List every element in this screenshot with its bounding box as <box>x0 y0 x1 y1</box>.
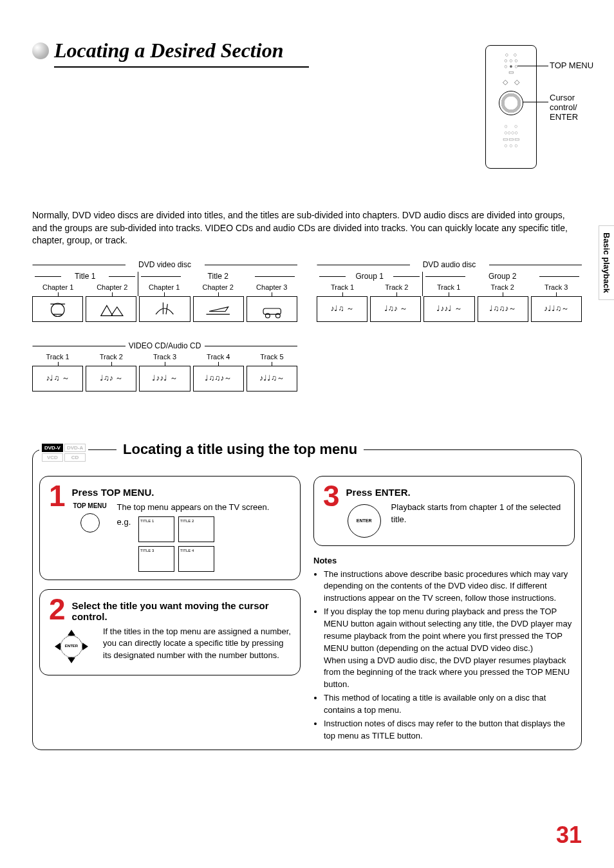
step-3-body: Playback starts from chapter 1 of the se… <box>391 502 565 538</box>
remote-diagram: ○ ○○ ○ ○○ ● ○▭ ◇ ◇ ○ ○○○○○▭▭▭○ ○ ○ TOP M… <box>485 45 537 169</box>
step-number: 3 <box>323 484 340 508</box>
badge-vcd: VCD <box>42 453 63 462</box>
intro-text: Normally, DVD video discs are divided in… <box>32 209 582 247</box>
remote-lower-dots: ○ ○○○○○▭▭▭○ ○ ○ <box>486 123 536 149</box>
track-label: Track 5 <box>247 353 297 366</box>
title-1-label: Title 1 <box>32 272 138 281</box>
track-cell: ♪♩♩♫～ <box>247 366 297 392</box>
group-2-label: Group 2 <box>423 272 582 281</box>
chapter-label: Chapter 2 <box>192 283 244 296</box>
cursor-control-icon: ENTER <box>51 626 92 667</box>
track-label: Track 4 <box>193 353 244 366</box>
menu-thumb-4: TITLE 4 <box>178 546 214 572</box>
step-2-body: If the titles in the top menu are assign… <box>103 626 291 667</box>
chapter-label: Chapter 3 <box>246 283 297 296</box>
page: Locating a Desired Section ○ ○○ ○ ○○ ● ○… <box>32 39 582 842</box>
notes-section: Notes The instructions above describe ba… <box>313 555 575 742</box>
chapter-cell <box>139 296 190 322</box>
badge-cd: CD <box>64 453 86 462</box>
step-1-title: Press TOP MENU. <box>72 487 291 498</box>
top-menu-button-icon: TOP MENU <box>72 502 108 572</box>
chapter-cell <box>86 296 136 322</box>
disc-type-badges: DVD-V DVD-A VCD CD <box>39 444 88 462</box>
note-item: The instructions above describe basic pr… <box>324 569 575 605</box>
track-label: Track 3 <box>139 353 190 366</box>
track-cell: ♩♫♫♪～ <box>193 366 244 392</box>
step-1: 1 Press TOP MENU. TOP MENU The top menu … <box>39 476 301 580</box>
track-label: Track 2 <box>477 283 528 296</box>
menu-thumb-2: TITLE 2 <box>178 516 214 542</box>
track-cell: ♪♩♫ ～ <box>317 296 367 322</box>
enter-button-icon: ENTER <box>348 504 381 538</box>
chapter-label: Chapter 2 <box>86 283 138 296</box>
dvd-audio-diagram: DVD audio disc Group 1 Track 1 Track 2 G… <box>317 260 582 322</box>
track-label: Track 2 <box>371 283 422 296</box>
track-cell: ♪♩♩♫～ <box>531 296 582 322</box>
track-label: Track 1 <box>32 353 83 366</box>
notes-title: Notes <box>313 555 575 567</box>
dvd-video-label: DVD video disc <box>32 260 297 269</box>
track-cell: ♩♫♫♪～ <box>478 296 528 322</box>
example-label: e.g. TITLE 1 TITLE 2 TITLE 3 TITLE 4 <box>117 516 291 572</box>
vcd-cd-label: VIDEO CD/Audio CD <box>32 341 297 350</box>
step-number: 1 <box>49 484 66 508</box>
note-item: If you display the top menu during playb… <box>324 606 575 691</box>
steps-box: DVD-V DVD-A VCD CD Locating a title usin… <box>32 449 582 751</box>
sphere-icon <box>32 42 49 59</box>
track-label: Track 3 <box>530 283 582 296</box>
remote-top-dots: ○ ○○ ○ ○○ ● ○▭ <box>486 52 536 75</box>
step-number: 2 <box>49 598 66 621</box>
side-tab: Basic playback <box>599 225 614 300</box>
dvd-audio-label: DVD audio disc <box>317 260 582 269</box>
title-2-label: Title 2 <box>138 272 297 281</box>
remote-nav-icon <box>499 91 523 115</box>
menu-thumb-1: TITLE 1 <box>138 516 174 542</box>
step-3: 3 Press ENTER. ENTER Playback starts fro… <box>313 476 575 546</box>
remote-outline: ○ ○○ ○ ○○ ● ○▭ ◇ ◇ ○ ○○○○○▭▭▭○ ○ ○ <box>485 45 537 169</box>
track-label: Track 2 <box>86 353 136 366</box>
chapter-cell <box>32 296 83 322</box>
track-cell: ♪♩♫ ～ <box>32 366 83 392</box>
disc-diagrams: DVD video disc Title 1 Chapter 1 Chapter… <box>32 260 582 411</box>
badge-dvdv: DVD-V <box>42 444 63 452</box>
badge-dvda: DVD-A <box>64 444 86 452</box>
note-item: Instruction notes of discs may refer to … <box>324 718 575 742</box>
step-3-title: Press ENTER. <box>346 487 565 498</box>
remote-label-cursor: Cursor control/ ENTER <box>550 93 578 122</box>
page-title: Locating a Desired Section <box>54 39 309 68</box>
dvd-video-diagram: DVD video disc Title 1 Chapter 1 Chapter… <box>32 260 297 322</box>
track-cell: ♩♪♪♩ ～ <box>423 296 474 322</box>
track-cell: ♩♫♪ ～ <box>86 366 136 392</box>
track-cell: ♩♪♪♩ ～ <box>139 366 190 392</box>
track-cell: ♩♫♪ ～ <box>370 296 421 322</box>
chapter-cell <box>193 296 244 322</box>
vcd-cd-diagram: VIDEO CD/Audio CD Track 1 Track 2 Track … <box>32 341 297 392</box>
step-1-body: The top menu appears on the TV screen. <box>117 502 291 514</box>
step-2-title: Select the title you want moving the cur… <box>72 600 291 622</box>
steps-title: Locating a title using the top menu <box>116 441 364 458</box>
track-label: Track 1 <box>423 283 474 296</box>
remote-label-top-menu: TOP MENU <box>550 61 593 70</box>
track-label: Track 1 <box>317 283 368 296</box>
step-2: 2 Select the title you want moving the c… <box>39 589 301 675</box>
chapter-label: Chapter 1 <box>138 283 190 296</box>
chapter-label: Chapter 1 <box>32 283 84 296</box>
note-item: This method of locating a title is avail… <box>324 692 575 717</box>
menu-thumb-3: TITLE 3 <box>138 546 174 572</box>
group-1-label: Group 1 <box>317 272 422 281</box>
chapter-cell <box>247 296 297 322</box>
